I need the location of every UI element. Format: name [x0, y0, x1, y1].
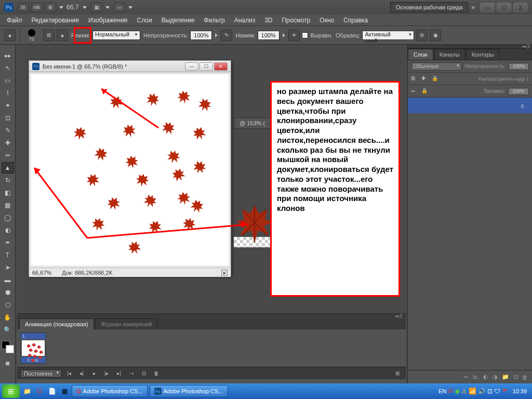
new-layer-icon[interactable]: ⊡ [513, 374, 518, 380]
dropdown-icon[interactable] [283, 33, 285, 37]
shape-tool[interactable]: ▬ [2, 274, 14, 286]
ignore-adjust-icon[interactable]: ⊘ [416, 30, 428, 41]
layer-group-icon[interactable]: 📁 [502, 374, 509, 380]
doc-titlebar[interactable]: Ps Без имени-1 @ 66,7% (RGB/8) * — ☐ ✕ [29, 61, 231, 72]
doc-canvas[interactable] [31, 74, 229, 265]
tray-icon[interactable]: ⟳ [448, 388, 453, 395]
tray-icon[interactable]: ⚠ [461, 388, 467, 395]
duplicate-frame-button[interactable]: ⊡ [139, 369, 149, 378]
tab-channels[interactable]: Каналы [434, 49, 466, 60]
collapse-icon[interactable]: ▸▸ [2, 50, 14, 61]
prev-frame-button[interactable]: ◂| [76, 369, 87, 378]
panel-collapse-icon[interactable]: ◂◂ ╳ [17, 314, 406, 318]
layer-row-background[interactable]: ⌂ [408, 98, 532, 113]
taskbar-item[interactable]: OAdobe Photoshop CS... [72, 385, 148, 397]
play-button[interactable]: ▸ [89, 369, 99, 378]
tray-icon[interactable]: 📶 [469, 388, 476, 395]
loop-select[interactable]: Постоянно [20, 369, 62, 378]
clock[interactable]: 10:39 [512, 388, 527, 394]
tab-animation[interactable]: Анимация (покадровая) [19, 318, 94, 329]
quicklaunch-icon[interactable]: ▦ [59, 386, 70, 396]
tab-paths[interactable]: Контуры [466, 49, 500, 60]
quicklaunch-icon[interactable]: 📁 [22, 386, 32, 396]
move-tool[interactable]: ↖ [2, 62, 14, 74]
menu-analysis[interactable]: Анализ [230, 15, 260, 25]
link-icon[interactable]: ⬰ [411, 88, 418, 95]
next-frame-button[interactable]: |▸ [101, 369, 112, 378]
pen-tool[interactable]: ✒ [2, 237, 14, 248]
clone-stamp-tool[interactable]: ▲ [2, 162, 14, 174]
language-indicator[interactable]: EN [438, 388, 446, 394]
arrange-docs-button[interactable]: ▦ [91, 3, 102, 12]
color-swatches[interactable] [2, 341, 14, 353]
layer-opacity-input[interactable]: 100% [509, 63, 529, 70]
quickmask-toggle[interactable]: ◙ [2, 357, 14, 369]
dropdown-icon[interactable] [105, 6, 110, 9]
first-frame-button[interactable]: |◂ [64, 369, 74, 378]
wand-tool[interactable]: ✦ [2, 100, 14, 111]
timeline-mode-button[interactable]: ⊞ [392, 369, 403, 378]
lasso-tool[interactable]: ⌇ [2, 87, 14, 99]
doc-status-menu-icon[interactable]: ▸ [221, 270, 228, 276]
pressure-opacity-icon[interactable]: ✎ [221, 30, 232, 41]
minimize-button[interactable]: — [480, 3, 495, 12]
delete-frame-button[interactable]: 🗑 [151, 369, 162, 378]
last-frame-button[interactable]: ▸| [114, 369, 124, 378]
eraser-tool[interactable]: ◧ [2, 187, 14, 198]
delete-layer-icon[interactable]: 🗑 [522, 374, 528, 380]
close-button[interactable]: ╳ [513, 3, 528, 12]
doc-zoom-readout[interactable]: 66,67% [32, 270, 51, 276]
menu-edit[interactable]: Редактирование [27, 15, 84, 25]
volume-icon[interactable]: 🔊 [478, 388, 486, 395]
lock-all-icon[interactable]: 🔒 [432, 75, 439, 83]
menu-layer[interactable]: Слои [132, 15, 157, 25]
sample-select[interactable]: Активный слой [362, 31, 414, 40]
menu-view[interactable]: Просмотр [277, 15, 315, 25]
brush-panel-toggle[interactable]: ⊞ [43, 30, 55, 41]
dropdown-icon[interactable] [83, 6, 87, 9]
blend-mode-select[interactable]: Нормальный [92, 31, 140, 40]
doc-size-readout[interactable]: Док: 886,2K/886,2K [62, 270, 112, 276]
history-brush-tool[interactable]: ↻ [2, 175, 14, 186]
menu-3d[interactable]: 3D [260, 15, 277, 25]
hand-tool[interactable]: ✋ [2, 312, 14, 323]
tab-layers[interactable]: Слои [408, 49, 433, 60]
tray-icon[interactable]: 🛡 [494, 388, 500, 395]
dropdown-icon[interactable] [215, 33, 218, 37]
layer-mask-icon[interactable]: ◐ [483, 374, 488, 380]
brush-tool[interactable]: ✏ [2, 150, 14, 161]
zoom-readout[interactable]: 66,7 [66, 4, 78, 11]
adjustment-layer-icon[interactable]: ◑ [493, 374, 498, 380]
animation-frame[interactable]: 1 0 сек. [20, 332, 46, 364]
path-select-tool[interactable]: ➤ [2, 262, 14, 273]
eyedropper-tool[interactable]: ✎ [2, 125, 14, 136]
aligned-checkbox[interactable]: Выравн. [302, 32, 332, 38]
avira-icon[interactable]: ☂ [502, 388, 508, 395]
workspace-more-icon[interactable]: » [471, 4, 475, 11]
menu-file[interactable]: Файл [2, 15, 27, 25]
screen-mode-button[interactable]: ▭ [114, 3, 125, 12]
3d-tool[interactable]: ⬢ [2, 287, 14, 298]
menu-window[interactable]: Окно [315, 15, 339, 25]
tween-button[interactable]: ⇢ [126, 369, 137, 378]
quicklaunch-icon[interactable]: 📄 [47, 386, 57, 396]
layer-blend-select[interactable]: Обычные [411, 62, 462, 71]
bridge-button[interactable]: Br [18, 3, 29, 12]
lock-pixels-icon[interactable]: ⊞ [411, 75, 418, 83]
doc-close-button[interactable]: ✕ [214, 62, 228, 71]
panel-collapse-icon[interactable]: ◂◂ ╳ [408, 45, 532, 49]
menu-help[interactable]: Справка [339, 15, 373, 25]
lock-position-icon[interactable]: ✚ [421, 75, 429, 83]
start-button[interactable]: ⊞ [2, 384, 20, 398]
menu-filter[interactable]: Фильтр [199, 15, 229, 25]
crop-tool[interactable]: ⊡ [2, 112, 14, 124]
3d-camera-tool[interactable]: ⬡ [2, 299, 14, 311]
brush-preview[interactable]: 72 [24, 28, 39, 43]
tray-icon[interactable]: ⊡ [487, 388, 493, 395]
zoom-tool[interactable]: 🔍 [2, 324, 14, 336]
flow-input[interactable]: 100% [258, 31, 280, 40]
lock-icon[interactable]: 🔒 [421, 88, 429, 95]
marquee-tool[interactable]: ▭ [2, 75, 14, 86]
clone-source-toggle[interactable]: ▲ [57, 30, 68, 41]
propagate-label[interactable]: Распространить кадр 1 [478, 76, 529, 82]
